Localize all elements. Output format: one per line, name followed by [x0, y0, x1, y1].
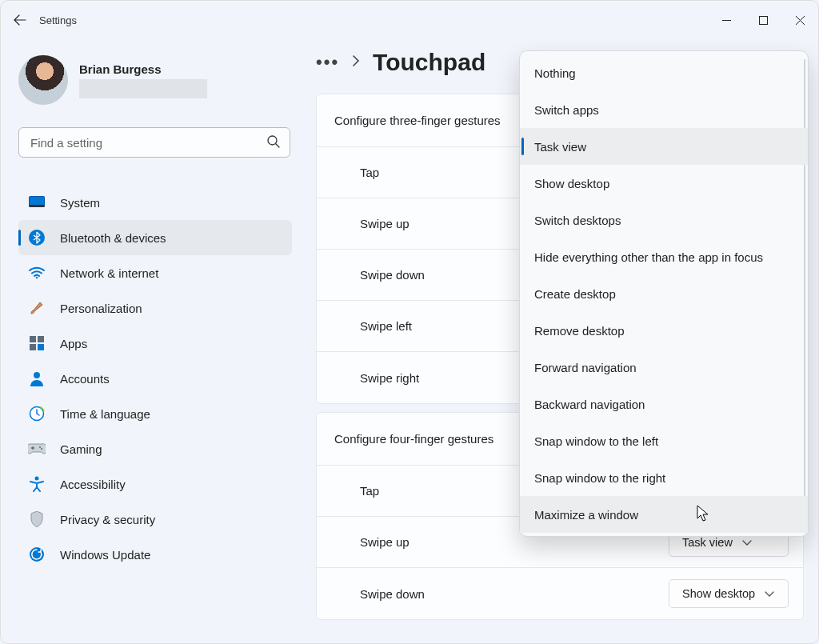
sidebar-item-privacy[interactable]: Privacy & security — [18, 502, 292, 537]
arrow-left-icon — [14, 14, 26, 26]
sidebar-item-label: Apps — [60, 337, 87, 350]
bluetooth-icon — [28, 229, 46, 246]
sidebar-item-accounts[interactable]: Accounts — [18, 361, 292, 396]
user-email-hidden — [79, 79, 207, 98]
svg-point-13 — [41, 448, 42, 450]
row-label: Swipe down — [360, 268, 425, 282]
sidebar-item-label: Windows Update — [60, 548, 150, 562]
sidebar-item-label: Network & internet — [60, 266, 158, 280]
svg-rect-7 — [38, 336, 44, 342]
svg-point-12 — [39, 446, 41, 448]
close-icon — [796, 16, 805, 25]
sidebar: Brian Burgess System Bluetooth & devices… — [1, 39, 305, 572]
dd-item-snap-right[interactable]: Snap window to the right — [520, 459, 808, 496]
brush-icon — [28, 299, 46, 317]
dd-item-show-desktop[interactable]: Show desktop — [520, 165, 808, 202]
app-title: Settings — [39, 14, 77, 26]
sidebar-item-label: Accessibility — [60, 478, 126, 491]
wifi-icon — [28, 264, 46, 282]
sidebar-item-label: Accounts — [60, 372, 110, 386]
chevron-down-icon — [765, 587, 774, 600]
sidebar-item-bluetooth[interactable]: Bluetooth & devices — [18, 220, 292, 255]
combo-value: Show desktop — [682, 587, 755, 600]
apps-icon — [28, 334, 46, 352]
row-label: Swipe left — [360, 319, 412, 333]
close-button[interactable] — [781, 5, 818, 35]
sidebar-item-system[interactable]: System — [18, 185, 292, 220]
row-label: Tap — [360, 166, 379, 179]
svg-point-10 — [34, 372, 40, 378]
sidebar-item-label: Bluetooth & devices — [60, 231, 166, 245]
dd-item-hide-others[interactable]: Hide everything other than the app in fo… — [520, 238, 808, 275]
nav: System Bluetooth & devices Network & int… — [18, 185, 292, 572]
sidebar-item-update[interactable]: Windows Update — [18, 537, 292, 572]
svg-rect-3 — [30, 205, 45, 207]
back-button[interactable] — [1, 1, 39, 39]
breadcrumb-more-button[interactable]: ••• — [316, 52, 339, 73]
minimize-button[interactable] — [708, 5, 745, 35]
person-icon — [28, 370, 46, 387]
dd-item-snap-left[interactable]: Snap window to the left — [520, 422, 808, 459]
page-title: Touchpad — [373, 49, 485, 76]
dd-item-create-desktop[interactable]: Create desktop — [520, 275, 808, 312]
gesture-dropdown[interactable]: Nothing Switch apps Task view Show deskt… — [519, 50, 809, 537]
titlebar: Settings — [1, 1, 818, 39]
row-label: Swipe right — [360, 371, 419, 385]
row-label: Swipe up — [360, 535, 410, 549]
shield-icon — [28, 510, 46, 528]
sidebar-item-network[interactable]: Network & internet — [18, 255, 292, 290]
svg-rect-9 — [38, 344, 44, 350]
profile[interactable]: Brian Burgess — [18, 55, 292, 105]
minimize-icon — [722, 16, 731, 25]
sidebar-item-time[interactable]: Time & language — [18, 396, 292, 431]
update-icon — [28, 546, 46, 563]
maximize-icon — [759, 16, 768, 25]
dd-item-nothing[interactable]: Nothing — [520, 54, 808, 91]
row-label: Swipe up — [360, 217, 410, 230]
search-box[interactable] — [18, 127, 290, 158]
search-icon — [266, 134, 281, 149]
sidebar-item-accessibility[interactable]: Accessibility — [18, 466, 292, 502]
maximize-button[interactable] — [745, 5, 781, 35]
system-icon — [28, 194, 46, 211]
sidebar-item-personalization[interactable]: Personalization — [18, 290, 292, 326]
avatar — [18, 55, 68, 105]
sidebar-item-apps[interactable]: Apps — [18, 326, 292, 361]
svg-rect-0 — [759, 16, 767, 24]
accessibility-icon — [28, 475, 46, 493]
sidebar-item-label: Time & language — [60, 407, 150, 421]
clock-icon — [28, 405, 46, 422]
row-label: Tap — [360, 484, 379, 498]
sidebar-item-gaming[interactable]: Gaming — [18, 431, 292, 466]
sidebar-item-label: Gaming — [60, 442, 102, 456]
chevron-down-icon — [742, 536, 752, 549]
gesture-row-swipe-down4: Swipe down Show desktop — [317, 568, 803, 619]
window-controls — [708, 5, 818, 35]
dd-item-switch-desktops[interactable]: Switch desktops — [520, 202, 808, 238]
dd-item-forward-nav[interactable]: Forward navigation — [520, 349, 808, 386]
sidebar-item-label: System — [60, 196, 100, 210]
dd-item-backward-nav[interactable]: Backward navigation — [520, 386, 808, 422]
dd-item-remove-desktop[interactable]: Remove desktop — [520, 312, 808, 349]
svg-point-14 — [35, 477, 39, 481]
gamepad-icon — [28, 440, 46, 458]
combo-value: Task view — [682, 536, 733, 549]
svg-point-5 — [36, 277, 38, 279]
search-input[interactable] — [18, 127, 290, 158]
dd-item-maximize[interactable]: Maximize a window — [520, 496, 808, 533]
svg-rect-8 — [30, 344, 36, 350]
svg-point-1 — [268, 136, 277, 145]
swipedown4-combo[interactable]: Show desktop — [669, 579, 789, 608]
svg-rect-6 — [30, 336, 36, 342]
chevron-right-icon — [352, 55, 360, 70]
dd-item-task-view[interactable]: Task view — [520, 128, 808, 165]
sidebar-item-label: Privacy & security — [60, 513, 155, 526]
row-label: Swipe down — [360, 587, 425, 601]
sidebar-item-label: Personalization — [60, 302, 142, 315]
dd-item-switch-apps[interactable]: Switch apps — [520, 91, 808, 128]
user-name: Brian Burgess — [79, 62, 207, 76]
